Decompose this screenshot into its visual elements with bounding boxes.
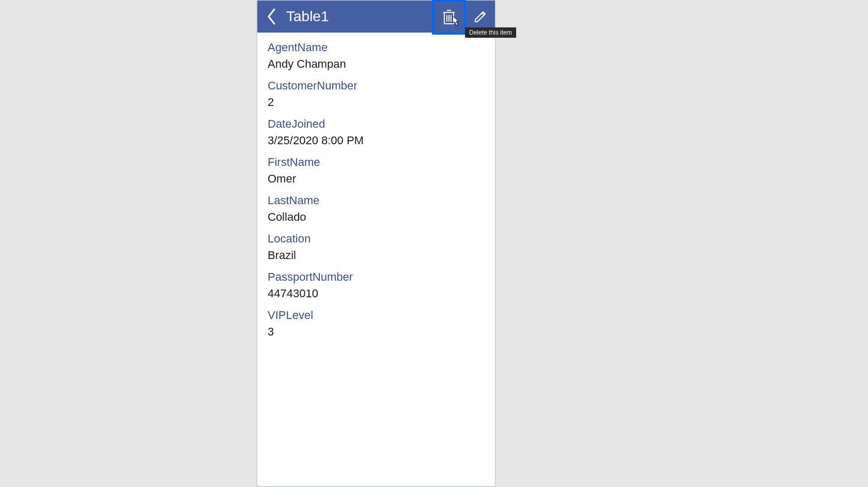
chevron-left-icon — [267, 8, 277, 25]
value-location: Brazil — [268, 247, 485, 264]
label-passportnumber: PassportNumber — [268, 269, 485, 285]
tooltip-delete: Delete this item — [465, 27, 516, 38]
label-location: Location — [268, 231, 485, 247]
header-bar: Table1 Delete this item — [257, 1, 495, 33]
trash-icon — [442, 9, 456, 25]
value-datejoined: 3/25/2020 8:00 PM — [268, 132, 485, 149]
app-frame: Table1 Delete this item — [257, 1, 495, 486]
field-viplevel: VIPLevel 3 — [268, 308, 485, 341]
label-datejoined: DateJoined — [268, 116, 485, 132]
delete-button[interactable]: Delete this item — [432, 0, 466, 35]
field-lastname: LastName Collado — [268, 193, 485, 226]
header-actions: Delete this item — [432, 1, 495, 33]
field-firstname: FirstName Omer — [268, 155, 485, 188]
detail-content: AgentName Andy Champan CustomerNumber 2 … — [257, 33, 495, 353]
label-viplevel: VIPLevel — [268, 308, 485, 323]
label-lastname: LastName — [268, 193, 485, 208]
value-lastname: Collado — [268, 208, 485, 226]
value-agentname: Andy Champan — [268, 55, 485, 73]
pencil-icon — [474, 10, 487, 23]
field-passportnumber: PassportNumber 44743010 — [268, 269, 485, 302]
field-agentname: AgentName Andy Champan — [268, 40, 485, 73]
value-firstname: Omer — [268, 170, 485, 188]
field-datejoined: DateJoined 3/25/2020 8:00 PM — [268, 116, 485, 149]
field-customernumber: CustomerNumber 2 — [268, 78, 485, 111]
value-passportnumber: 44743010 — [268, 285, 485, 302]
value-viplevel: 3 — [268, 323, 485, 341]
label-firstname: FirstName — [268, 155, 485, 170]
back-button[interactable] — [257, 1, 286, 33]
label-agentname: AgentName — [268, 40, 485, 55]
field-location: Location Brazil — [268, 231, 485, 264]
value-customernumber: 2 — [268, 94, 485, 111]
page-title: Table1 — [286, 8, 329, 25]
label-customernumber: CustomerNumber — [268, 78, 485, 94]
